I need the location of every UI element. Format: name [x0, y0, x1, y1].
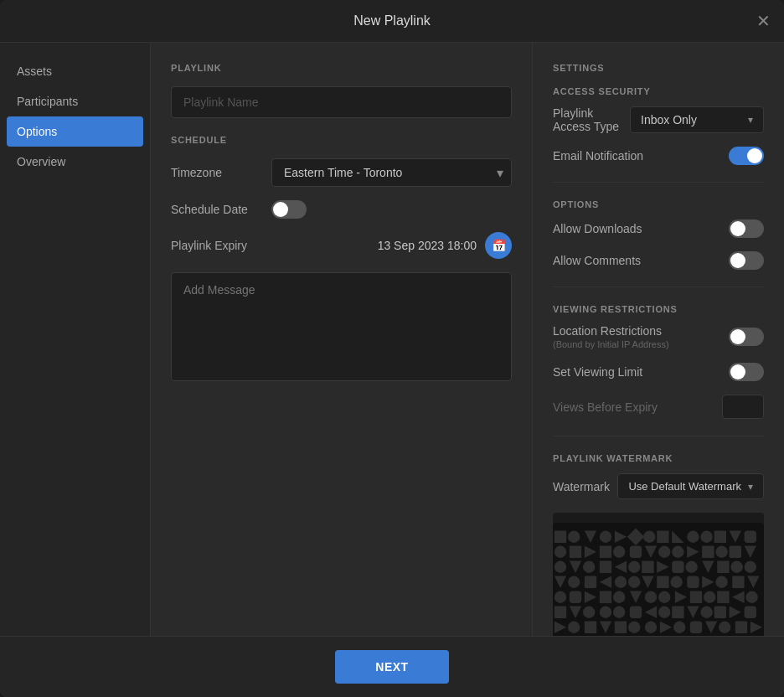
access-type-value: Inbox Only	[641, 113, 697, 126]
svg-rect-1	[554, 531, 566, 543]
svg-rect-89	[615, 622, 627, 633]
expiry-label: Playlink Expiry	[171, 239, 271, 252]
svg-rect-29	[554, 561, 566, 573]
timezone-row: Timezone Eastern Time - Toronto	[171, 158, 512, 187]
allow-downloads-toggle[interactable]	[729, 219, 764, 238]
playlink-group: PLAYLINK	[171, 63, 512, 118]
sidebar-item-participants[interactable]: Participants	[0, 86, 150, 116]
modal-title: New Playlink	[353, 13, 431, 28]
svg-rect-87	[585, 622, 596, 633]
svg-point-15	[554, 546, 566, 558]
svg-point-41	[730, 561, 742, 573]
svg-point-78	[658, 607, 670, 618]
divider-1	[553, 182, 764, 183]
email-notification-toggle[interactable]	[729, 147, 764, 165]
svg-point-2	[568, 531, 580, 543]
svg-rect-14	[745, 531, 756, 543]
watermark-pattern	[553, 523, 764, 636]
svg-rect-82	[714, 607, 726, 618]
dropdown-arrow-icon: ▾	[748, 114, 753, 126]
watermark-card: Folder 2 watermark - - ⋯	[553, 513, 764, 636]
set-viewing-limit-row: Set Viewing Limit	[553, 363, 764, 381]
views-before-expiry-row: Views Before Expiry	[553, 395, 764, 419]
sidebar: Assets Participants Options Overview	[0, 43, 151, 636]
location-restrictions-row: Location Restrictions (Bound by Initial …	[553, 324, 764, 349]
timezone-label: Timezone	[171, 166, 271, 179]
modal-header: New Playlink ✕	[0, 0, 784, 43]
watermark-row: Watermark Use Default Watermark ▾	[553, 473, 764, 499]
watermark-dropdown-arrow-icon: ▾	[748, 481, 753, 493]
schedule-date-label: Schedule Date	[171, 203, 271, 216]
watermark-preview	[553, 523, 764, 636]
location-restrictions-toggle[interactable]	[729, 328, 764, 346]
svg-rect-25	[702, 546, 714, 558]
timezone-select[interactable]: Eastern Time - Toronto	[271, 158, 512, 187]
watermark-dropdown[interactable]: Use Default Watermark ▾	[617, 473, 764, 499]
svg-rect-71	[554, 607, 566, 618]
svg-point-19	[613, 546, 625, 558]
allow-comments-row: Allow Comments	[553, 251, 764, 270]
viewing-restrictions-label: VIEWING RESTRICTIONS	[553, 304, 764, 314]
watermark-label: Watermark	[553, 480, 617, 493]
svg-rect-23	[672, 546, 683, 558]
svg-rect-66	[690, 591, 702, 603]
svg-rect-8	[657, 531, 668, 543]
svg-rect-27	[730, 546, 741, 558]
svg-rect-97	[735, 622, 747, 633]
svg-rect-4	[600, 531, 611, 543]
new-playlink-modal: New Playlink ✕ Assets Participants Optio…	[0, 0, 784, 697]
modal-footer: NEXT	[0, 636, 784, 697]
svg-rect-32	[600, 561, 611, 573]
svg-rect-76	[630, 607, 642, 618]
svg-rect-45	[585, 576, 596, 588]
message-textarea[interactable]	[171, 272, 512, 381]
location-restrictions-sublabel: (Bound by Initial IP Address)	[553, 339, 729, 349]
svg-point-7	[643, 531, 655, 543]
views-before-expiry-input[interactable]	[722, 395, 764, 419]
views-before-expiry-label: Views Before Expiry	[553, 400, 722, 414]
svg-point-51	[670, 576, 682, 588]
svg-rect-35	[642, 561, 653, 573]
allow-comments-toggle[interactable]	[729, 251, 764, 270]
email-notification-label: Email Notification	[553, 149, 729, 163]
svg-point-73	[583, 607, 595, 618]
svg-point-57	[554, 591, 566, 603]
sidebar-item-assets[interactable]: Assets	[0, 56, 150, 86]
svg-rect-55	[732, 576, 744, 588]
svg-rect-10	[687, 531, 699, 543]
set-viewing-limit-toggle[interactable]	[729, 363, 764, 381]
svg-point-86	[568, 622, 580, 633]
sidebar-item-options[interactable]: Options	[7, 116, 143, 147]
svg-rect-50	[657, 576, 668, 588]
svg-point-61	[613, 591, 625, 603]
svg-point-64	[658, 591, 670, 603]
svg-rect-60	[600, 591, 611, 603]
access-type-dropdown[interactable]: Inbox Only ▾	[630, 106, 764, 133]
close-button[interactable]: ✕	[756, 13, 771, 29]
svg-rect-68	[717, 591, 729, 603]
svg-point-48	[628, 576, 640, 588]
calendar-button[interactable]: 📅	[485, 232, 512, 259]
next-button[interactable]: NEXT	[335, 650, 448, 684]
watermark-section-label: PLAYLINK WATERMARK	[553, 453, 764, 463]
svg-point-75	[613, 607, 625, 618]
svg-rect-12	[714, 531, 726, 543]
timezone-select-wrapper: Eastern Time - Toronto	[271, 158, 512, 187]
svg-point-34	[628, 561, 640, 573]
svg-rect-40	[717, 561, 729, 573]
settings-section: SETTINGS ACCESS SECURITY Playlink Access…	[533, 43, 784, 636]
svg-rect-42	[745, 561, 756, 573]
playlink-section: PLAYLINK SCHEDULE Timezone Eastern Time …	[151, 43, 533, 636]
svg-rect-79	[672, 607, 683, 618]
svg-rect-58	[570, 591, 581, 603]
schedule-section-label: SCHEDULE	[171, 135, 512, 145]
svg-rect-94	[690, 622, 702, 633]
playlink-section-label: PLAYLINK	[171, 63, 512, 73]
allow-comments-label: Allow Comments	[553, 254, 729, 267]
schedule-date-toggle[interactable]	[271, 200, 307, 219]
playlink-name-input[interactable]	[171, 86, 512, 118]
access-type-label: Playlink Access Type	[553, 106, 630, 133]
svg-point-54	[715, 576, 727, 588]
main-content: PLAYLINK SCHEDULE Timezone Eastern Time …	[151, 43, 784, 636]
sidebar-item-overview[interactable]: Overview	[0, 147, 150, 177]
